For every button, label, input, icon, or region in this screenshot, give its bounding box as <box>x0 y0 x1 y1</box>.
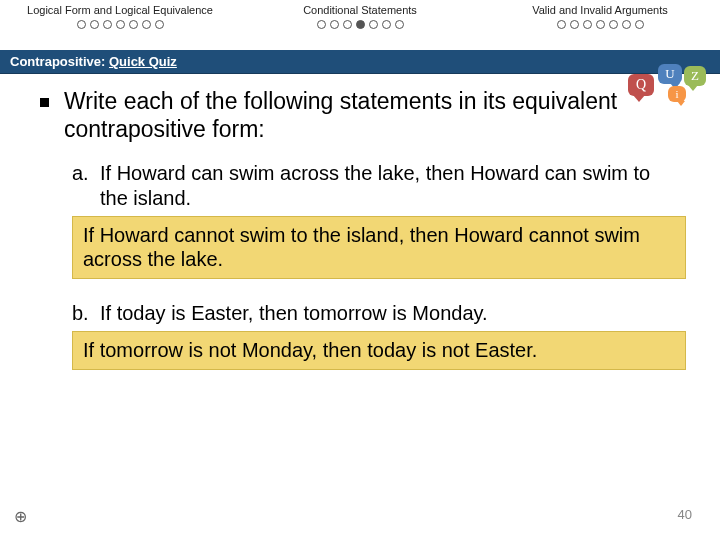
page-number: 40 <box>678 507 692 522</box>
nav-section-logical-form[interactable]: Logical Form and Logical Equivalence <box>0 0 240 50</box>
dot[interactable] <box>570 20 579 29</box>
bubble-u-icon: U <box>658 64 682 84</box>
subtitle-quiz: Quick Quiz <box>109 54 177 69</box>
dot[interactable] <box>343 20 352 29</box>
dot[interactable] <box>155 20 164 29</box>
progress-dots <box>240 20 480 29</box>
dot-current[interactable] <box>356 20 365 29</box>
dot[interactable] <box>317 20 326 29</box>
nav-title: Logical Form and Logical Equivalence <box>0 4 240 16</box>
dot[interactable] <box>609 20 618 29</box>
bubble-z-icon: Z <box>684 66 706 86</box>
dot[interactable] <box>583 20 592 29</box>
dot[interactable] <box>635 20 644 29</box>
item-statement: If Howard can swim across the lake, then… <box>100 161 680 210</box>
item-label: a. <box>72 161 100 210</box>
corner-mark-icon: ⊕ <box>14 507 27 526</box>
item-label: b. <box>72 301 100 325</box>
item-statement: If today is Easter, then tomorrow is Mon… <box>100 301 680 325</box>
dot[interactable] <box>395 20 404 29</box>
nav-section-conditional[interactable]: Conditional Statements <box>240 0 480 50</box>
list-item: b. If today is Easter, then tomorrow is … <box>72 301 680 370</box>
nav-section-arguments[interactable]: Valid and Invalid Arguments <box>480 0 720 50</box>
dot[interactable] <box>369 20 378 29</box>
item-answer: If Howard cannot swim to the island, the… <box>72 216 686 279</box>
dot[interactable] <box>622 20 631 29</box>
dot[interactable] <box>129 20 138 29</box>
subtitle-prefix: Contrapositive: <box>10 54 109 69</box>
slide-subtitle: Contrapositive: Quick Quiz <box>0 50 720 74</box>
slide-content: Write each of the following statements i… <box>0 74 720 370</box>
dot[interactable] <box>382 20 391 29</box>
dot[interactable] <box>116 20 125 29</box>
dot[interactable] <box>557 20 566 29</box>
dot[interactable] <box>596 20 605 29</box>
list-item: a. If Howard can swim across the lake, t… <box>72 161 680 279</box>
dot[interactable] <box>90 20 99 29</box>
item-statement-row: b. If today is Easter, then tomorrow is … <box>72 301 680 325</box>
top-nav: Logical Form and Logical Equivalence Con… <box>0 0 720 50</box>
progress-dots <box>0 20 240 29</box>
item-answer: If tomorrow is not Monday, then today is… <box>72 331 686 369</box>
dot[interactable] <box>330 20 339 29</box>
lead-text: Write each of the following statements i… <box>40 88 680 143</box>
nav-title: Valid and Invalid Arguments <box>480 4 720 16</box>
nav-title: Conditional Statements <box>240 4 480 16</box>
dot[interactable] <box>103 20 112 29</box>
dot[interactable] <box>142 20 151 29</box>
item-list: a. If Howard can swim across the lake, t… <box>40 161 680 369</box>
dot[interactable] <box>77 20 86 29</box>
progress-dots <box>480 20 720 29</box>
item-statement-row: a. If Howard can swim across the lake, t… <box>72 161 680 210</box>
